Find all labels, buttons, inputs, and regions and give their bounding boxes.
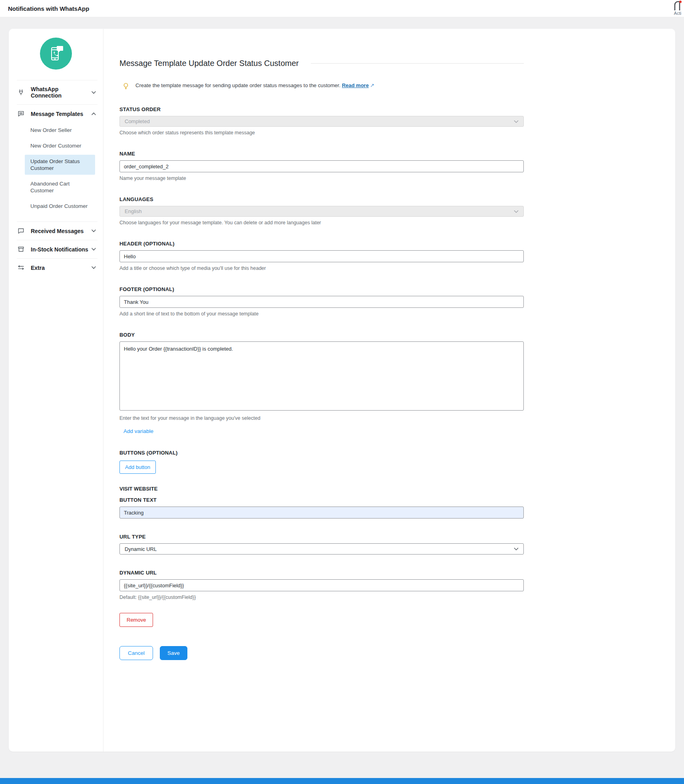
visit-website-group: VISIT WEBSITE BUTTON TEXT	[119, 486, 524, 519]
sidebar-subitem-new-order-customer[interactable]: New Order Customer	[25, 139, 95, 152]
sidebar-subitem-abandoned-cart-customer[interactable]: Abandoned Cart Customer	[25, 177, 95, 197]
footer-group: FOOTER (OPTIONAL) Add a short line of te…	[119, 286, 524, 317]
dynamic-url-group: DYNAMIC URL Default: {{site_url}}/{{cust…	[119, 570, 524, 600]
sidebar-item-extra[interactable]: Extra	[9, 259, 103, 277]
languages-label: LANGUAGES	[119, 196, 524, 202]
status-order-help: Choose which order status represents thi…	[119, 130, 524, 136]
template-sub-menu: New Order Seller New Order Customer Upda…	[9, 123, 103, 221]
app-title: Notifications with WhatsApp	[8, 5, 89, 12]
status-order-group: STATUS ORDER Completed Choose which orde…	[119, 106, 524, 136]
languages-group: LANGUAGES English Choose languages for y…	[119, 196, 524, 225]
sidebar-item-label: WhatsApp Connection	[31, 86, 89, 99]
sidebar-item-whatsapp-connection[interactable]: WhatsApp Connection	[9, 80, 103, 104]
template-bubble-icon	[18, 110, 24, 117]
external-link-icon: ↗	[370, 82, 374, 88]
bottom-strip	[0, 778, 684, 784]
sidebar-item-label: In-Stock Notifications	[31, 246, 89, 253]
chevron-down-icon	[91, 248, 96, 251]
whatsapp-plugin-logo	[40, 38, 72, 70]
body-group: BODY Hello your Order {{transactionID}} …	[119, 332, 524, 435]
chevron-down-icon	[514, 547, 519, 551]
button-text-input[interactable]	[119, 507, 524, 519]
sidebar-subitem-update-order-status-customer[interactable]: Update Order Status Customer	[25, 155, 95, 175]
sidebar-item-label: Message Templates	[31, 111, 89, 117]
chat-bubble-icon	[18, 227, 24, 234]
sidebar-item-in-stock-notifications[interactable]: In-Stock Notifications	[9, 240, 103, 258]
dynamic-url-input[interactable]	[119, 579, 524, 591]
plug-icon	[18, 89, 24, 96]
status-order-select[interactable]: Completed	[119, 116, 524, 127]
top-bar: Notifications with WhatsApp Acti	[0, 0, 684, 17]
plugin-settings-card: WhatsApp Connection Message Templates Ne…	[9, 29, 675, 752]
lightbulb-icon	[123, 82, 129, 90]
sidebar-item-message-templates[interactable]: Message Templates	[9, 105, 103, 123]
title-divider	[311, 63, 524, 64]
languages-select[interactable]: English	[119, 206, 524, 217]
cancel-button[interactable]: Cancel	[119, 646, 153, 660]
main-content: Message Template Update Order Status Cus…	[103, 29, 675, 752]
sidebar-item-label: Received Messages	[31, 228, 89, 234]
sidebar-subitem-unpaid-order-customer[interactable]: Unpaid Order Customer	[25, 199, 95, 213]
remove-button[interactable]: Remove	[119, 613, 153, 627]
languages-help: Choose languages for your message templa…	[119, 220, 524, 225]
sidebar-item-received-messages[interactable]: Received Messages	[9, 222, 103, 240]
tip-row: Create the template message for sending …	[119, 82, 524, 90]
read-more-link[interactable]: Read more	[342, 82, 369, 88]
chevron-down-icon	[91, 91, 96, 94]
save-button[interactable]: Save	[160, 646, 187, 660]
header-group: HEADER (OPTIONAL) Add a title or choose …	[119, 241, 524, 271]
archive-box-icon	[18, 246, 24, 253]
status-order-label: STATUS ORDER	[119, 106, 524, 112]
header-help: Add a title or choose which type of medi…	[119, 265, 524, 271]
visit-website-label: VISIT WEBSITE	[119, 486, 524, 492]
name-label: NAME	[119, 151, 524, 157]
tip-text: Create the template message for sending …	[135, 82, 340, 88]
chevron-down-icon	[514, 120, 519, 123]
chevron-down-icon	[91, 229, 96, 232]
header-input[interactable]	[119, 250, 524, 262]
dynamic-url-help: Default: {{site_url}}/{{customField}}	[119, 594, 524, 600]
sidebar-item-label: Extra	[31, 265, 89, 271]
url-type-label: URL TYPE	[119, 534, 524, 540]
body-help: Enter the text for your message in the l…	[119, 415, 524, 421]
chevron-up-icon	[91, 112, 96, 115]
name-group: NAME Name your message template	[119, 151, 524, 181]
sliders-icon	[18, 264, 24, 271]
name-help: Name your message template	[119, 176, 524, 181]
button-text-label: BUTTON TEXT	[119, 497, 524, 503]
name-input[interactable]	[119, 160, 524, 172]
footer-label: FOOTER (OPTIONAL)	[119, 286, 524, 292]
chevron-down-icon	[91, 266, 96, 269]
sidebar-subitem-new-order-seller[interactable]: New Order Seller	[25, 124, 95, 137]
page-title: Message Template Update Order Status Cus…	[119, 59, 299, 68]
footer-help: Add a short line of text to the bottom o…	[119, 311, 524, 317]
buttons-group: BUTTONS (OPTIONAL) Add button	[119, 450, 524, 474]
body-label: BODY	[119, 332, 524, 338]
activity-icon	[667, 0, 684, 11]
sidebar: WhatsApp Connection Message Templates Ne…	[9, 29, 103, 752]
body-textarea[interactable]: Hello your Order {{transactionID}} is co…	[119, 341, 524, 411]
activity-label: Acti	[667, 11, 684, 16]
header-label: HEADER (OPTIONAL)	[119, 241, 524, 247]
dynamic-url-label: DYNAMIC URL	[119, 570, 524, 576]
buttons-label: BUTTONS (OPTIONAL)	[119, 450, 524, 456]
activity-widget[interactable]: Acti	[667, 0, 684, 16]
url-type-group: URL TYPE Dynamic URL	[119, 534, 524, 555]
footer-input[interactable]	[119, 296, 524, 308]
url-type-select[interactable]: Dynamic URL	[119, 543, 524, 555]
add-button-button[interactable]: Add button	[119, 461, 156, 474]
chevron-down-icon	[514, 210, 519, 213]
add-variable-link[interactable]: Add variable	[123, 428, 153, 434]
